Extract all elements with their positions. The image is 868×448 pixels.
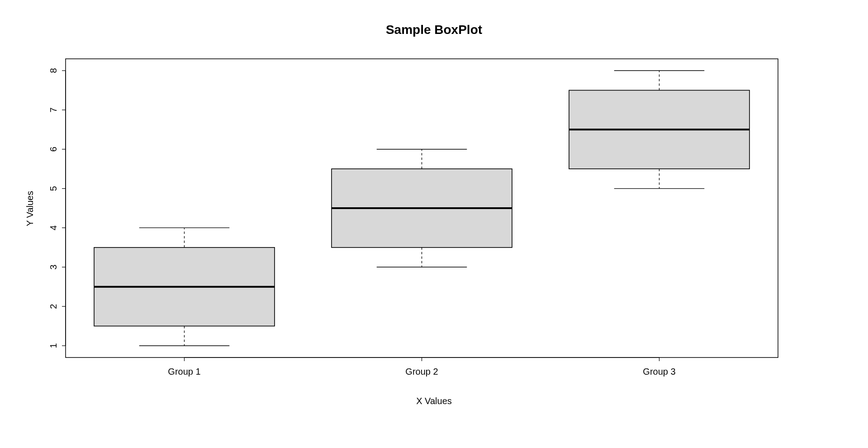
y-tick-label: 7	[48, 107, 58, 112]
x-tick-label: Group 2	[405, 367, 438, 377]
y-tick-label: 5	[48, 186, 58, 191]
chart-container: Sample BoxPlot Y Values X Values 1234567…	[0, 0, 868, 448]
y-axis-label: Y Values	[25, 191, 35, 226]
boxplot-svg: 12345678Group 1Group 2Group 3	[0, 0, 868, 448]
x-axis-label: X Values	[0, 396, 868, 406]
y-tick-label: 1	[48, 343, 58, 348]
y-tick-label: 2	[48, 304, 58, 309]
x-tick-label: Group 1	[168, 367, 200, 377]
y-tick-label: 3	[48, 265, 58, 270]
y-tick-label: 4	[48, 225, 58, 230]
x-tick-label: Group 3	[643, 367, 675, 377]
chart-title: Sample BoxPlot	[0, 23, 868, 37]
y-tick-label: 8	[48, 68, 58, 73]
y-tick-label: 6	[48, 147, 58, 152]
